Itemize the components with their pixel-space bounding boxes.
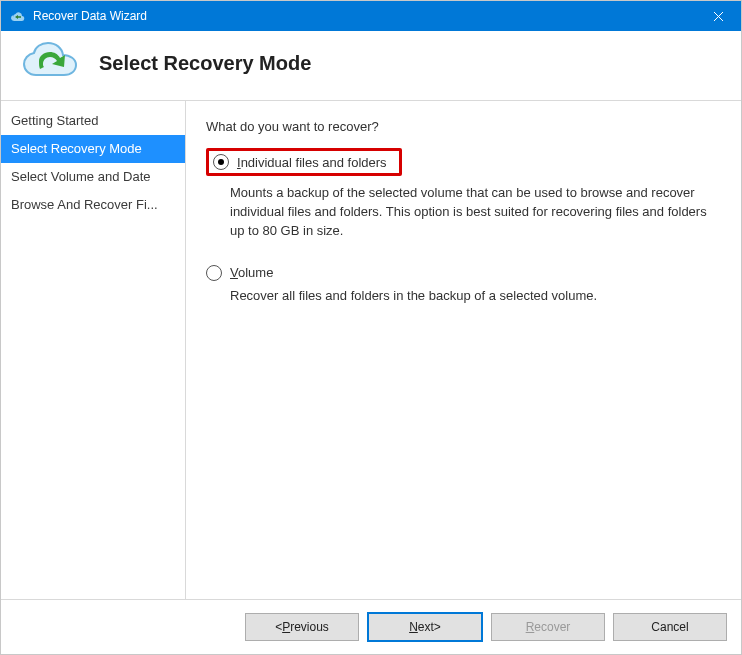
wizard-body: Getting Started Select Recovery Mode Sel… bbox=[1, 101, 741, 599]
step-select-recovery-mode[interactable]: Select Recovery Mode bbox=[1, 135, 185, 163]
option-individual-files-label: Individual files and folders bbox=[237, 155, 387, 170]
page-title: Select Recovery Mode bbox=[99, 52, 311, 75]
recovery-prompt: What do you want to recover? bbox=[206, 119, 721, 134]
next-button[interactable]: Next > bbox=[367, 612, 483, 642]
previous-button[interactable]: < Previous bbox=[245, 613, 359, 641]
cancel-button[interactable]: Cancel bbox=[613, 613, 727, 641]
radio-volume[interactable] bbox=[206, 265, 222, 281]
step-browse-and-recover-files[interactable]: Browse And Recover Fi... bbox=[1, 191, 185, 219]
cloud-recover-icon bbox=[21, 41, 81, 86]
option-volume[interactable]: Volume bbox=[206, 265, 721, 281]
recover-data-wizard-window: Recover Data Wizard Select Recovery Mode… bbox=[0, 0, 742, 655]
step-getting-started[interactable]: Getting Started bbox=[1, 107, 185, 135]
wizard-steps-sidebar: Getting Started Select Recovery Mode Sel… bbox=[1, 101, 186, 599]
step-select-volume-and-date[interactable]: Select Volume and Date bbox=[1, 163, 185, 191]
window-title: Recover Data Wizard bbox=[33, 9, 147, 23]
wizard-content: What do you want to recover? Individual … bbox=[186, 101, 741, 599]
wizard-footer: < Previous Next > Recover Cancel bbox=[1, 599, 741, 654]
option-volume-description: Recover all files and folders in the bac… bbox=[230, 287, 721, 306]
option-individual-files-highlight: Individual files and folders bbox=[206, 148, 402, 176]
option-individual-files-description: Mounts a backup of the selected volume t… bbox=[230, 184, 721, 241]
app-icon bbox=[9, 8, 25, 24]
wizard-header: Select Recovery Mode bbox=[1, 31, 741, 101]
option-individual-files[interactable]: Individual files and folders bbox=[213, 154, 387, 170]
titlebar: Recover Data Wizard bbox=[1, 1, 741, 31]
option-volume-label: Volume bbox=[230, 265, 273, 280]
radio-individual-files[interactable] bbox=[213, 154, 229, 170]
close-button[interactable] bbox=[695, 1, 741, 31]
recover-button: Recover bbox=[491, 613, 605, 641]
